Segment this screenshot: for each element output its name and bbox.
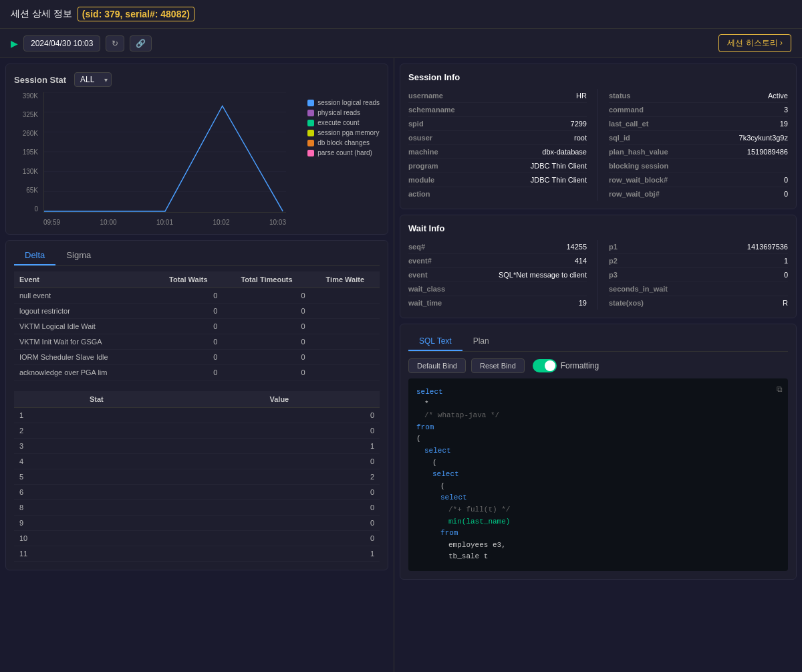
info-key: action [408,190,430,198]
wait-info-row-right: p11413697536 [609,240,788,254]
stat-value: 0 [179,500,380,516]
link-button[interactable]: 🔗 [130,35,152,51]
wait-key: p3 [609,271,618,279]
wait-table-scroll[interactable]: Event Total Waits Total Timeouts Time Wa… [14,271,380,380]
delta-sigma-tabs: Delta Sigma [14,246,380,266]
sql-line-8: select [432,469,780,481]
legend-parse-count: parse count (hard) [307,149,380,156]
wait-info-row-left: wait_class [408,282,587,296]
sql-tab-text[interactable]: SQL Text [408,332,462,351]
tab-sigma[interactable]: Sigma [55,246,102,265]
copy-icon[interactable]: ⧉ [777,384,783,397]
session-info-row-right: sql_id7k3cykunt3g9z [609,131,788,145]
session-info-right: statusActivecommand3last_call_et19sql_id… [598,89,788,201]
wait-info-right: p11413697536p21p30seconds_in_waitstate(x… [598,240,788,310]
wait-event-row: null event 0 0 [14,288,380,304]
wait-info-grid: seq#14255event#414eventSQL*Net message t… [408,240,788,310]
session-info-grid: usernameHRschemanamespid7299osuserrootma… [408,89,788,201]
wait-key: seconds_in_wait [609,285,668,293]
formatting-toggle[interactable] [533,359,557,372]
legend-label-execute: execute count [317,119,359,126]
datetime-display: 2024/04/30 10:03 [23,35,100,51]
header: 세션 상세 정보 (sid: 379, serial#: 48082) [0,0,802,29]
info-key: module [408,176,434,184]
stat-filter-wrapper: ALL [74,72,112,87]
chart-area: 390K 325K 260K 195K 130K 65K 0 [14,92,380,226]
wait-val: 414 [575,257,587,265]
wait-info-row-left: event#414 [408,254,587,268]
stat-table-container: Stat Value 1 0 2 0 3 1 4 0 5 2 6 0 8 0 9… [14,386,380,562]
stat-row: 3 1 [14,439,380,454]
wait-key: p1 [609,243,618,251]
stat-value: 0 [179,516,380,531]
x-label-1002: 10:02 [213,219,229,226]
wait-key: state(xos) [609,299,644,307]
wait-event-row: logout restrictor 0 0 [14,304,380,319]
session-info-left: usernameHRschemanamespid7299osuserrootma… [408,89,598,201]
y-label-260k: 260K [23,130,38,137]
wait-total-waits: 0 [154,288,223,304]
stat-name: 2 [14,423,179,439]
sql-line-12: min(last_name) [448,516,780,528]
wait-event-row: VKTM Init Wait for GSGA 0 0 [14,334,380,350]
session-info-row-right: last_call_et19 [609,117,788,131]
play-icon[interactable]: ▶ [11,38,18,49]
sql-line-10: select [440,492,780,504]
stat-value: 0 [179,408,380,423]
info-key: osuser [408,134,432,142]
sql-tab-plan[interactable]: Plan [462,332,500,351]
reset-bind-button[interactable]: Reset Bind [471,358,525,373]
col-total-timeouts: Total Timeouts [223,271,310,288]
session-history-button[interactable]: 세션 히스토리 › [718,34,791,52]
wait-val: SQL*Net message to client [499,271,587,279]
info-key: username [408,92,443,100]
info-val: JDBC Thin Client [531,162,587,170]
sql-line-5: ( [416,433,780,445]
wait-total-timeouts: 0 [223,365,310,380]
sql-tabs: SQL Text Plan [408,332,788,352]
info-key: spid [408,120,424,128]
session-info-row-left: spid7299 [408,117,587,131]
default-bind-button[interactable]: Default Bind [408,358,466,373]
legend-label-logical: session logical reads [317,99,380,106]
tab-delta[interactable]: Delta [14,246,55,265]
wait-event-name: VKTM Logical Idle Wait [14,319,154,334]
stat-row: 5 2 [14,469,380,485]
sql-section: SQL Text Plan Default Bind Reset Bind Fo… [400,324,797,580]
sql-line-11: /*+ full(t) */ [448,504,780,516]
session-info-title: Session Info [408,72,788,82]
sql-line-1: select [416,386,780,399]
wait-total-waits: 0 [154,350,223,365]
stat-name: 9 [14,516,179,531]
stat-value: 1 [179,439,380,454]
session-info-row-right: row_wait_obj#0 [609,187,788,201]
info-val: 19 [780,120,788,128]
info-key: plan_hash_value [609,148,668,156]
stat-label: Session Stat [14,75,66,85]
session-info-row-left: action [408,187,587,201]
chart-inner [43,92,286,213]
stat-row: 11 1 [14,546,380,562]
stat-filter-select[interactable]: ALL [74,72,112,87]
refresh-button[interactable]: ↻ [106,35,124,51]
stat-value: 0 [179,454,380,469]
wait-val: 14255 [566,243,587,251]
stat-table-scroll[interactable]: Stat Value 1 0 2 0 3 1 4 0 5 2 6 0 8 0 9… [14,386,380,562]
legend-execute-count: execute count [307,119,380,126]
col-event: Event [14,271,154,288]
sql-line-14: employees e3, [448,540,780,552]
info-val: HR [576,92,587,100]
wait-event-name: acknowledge over PGA lim [14,365,154,380]
info-key: program [408,162,438,170]
stat-row: 4 0 [14,454,380,469]
info-val: JDBC Thin Client [531,176,587,184]
sql-line-6: select [424,445,780,457]
sql-line-9: ( [440,481,780,493]
header-sid: (sid: 379, serial#: 48082) [78,7,194,21]
wait-val: 0 [784,271,788,279]
session-info-row-left: schemaname [408,103,587,117]
stat-row: 9 0 [14,516,380,531]
info-key: machine [408,148,438,156]
wait-info-left: seq#14255event#414eventSQL*Net message t… [408,240,598,310]
chart-y-labels: 390K 325K 260K 195K 130K 65K 0 [14,92,41,213]
